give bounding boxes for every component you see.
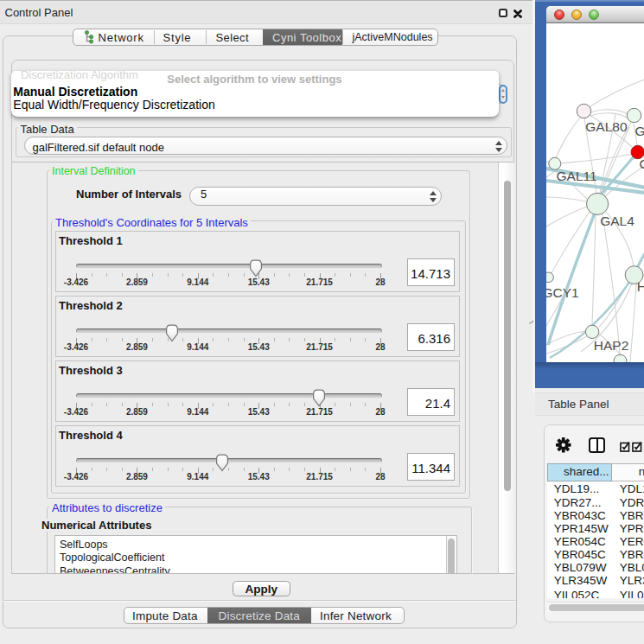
svg-text:GA: GA xyxy=(634,124,644,138)
svg-text:GAL80: GAL80 xyxy=(585,119,628,134)
svg-text:CY: CY xyxy=(639,156,644,171)
svg-text:GAL11: GAL11 xyxy=(556,169,596,184)
svg-text:GCY1: GCY1 xyxy=(546,285,579,300)
svg-text:HA: HA xyxy=(636,280,644,295)
svg-text:HAP2: HAP2 xyxy=(593,338,628,353)
svg-text:GAL4: GAL4 xyxy=(600,214,634,229)
